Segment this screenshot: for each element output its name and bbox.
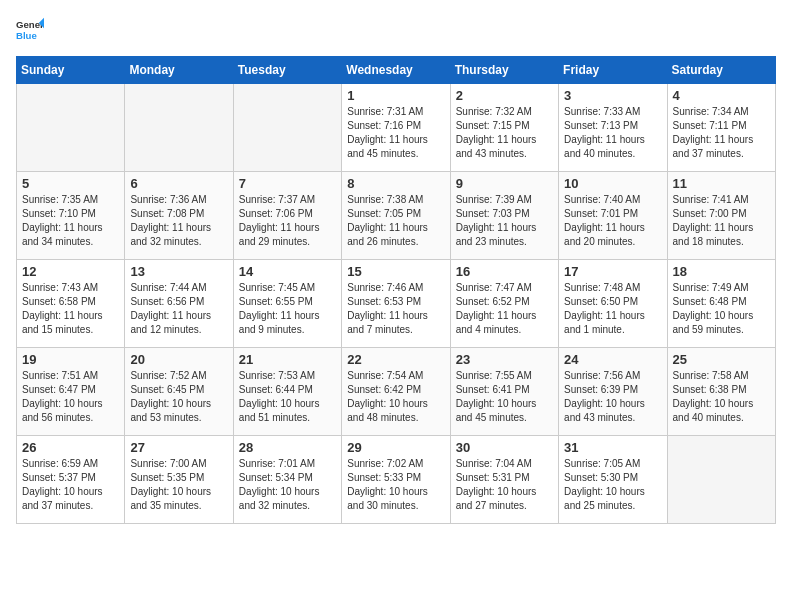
day-info: Sunrise: 7:56 AM Sunset: 6:39 PM Dayligh… (564, 369, 661, 425)
day-number: 18 (673, 264, 770, 279)
calendar-cell: 2Sunrise: 7:32 AM Sunset: 7:15 PM Daylig… (450, 84, 558, 172)
day-info: Sunrise: 7:38 AM Sunset: 7:05 PM Dayligh… (347, 193, 444, 249)
day-number: 21 (239, 352, 336, 367)
calendar-cell: 11Sunrise: 7:41 AM Sunset: 7:00 PM Dayli… (667, 172, 775, 260)
day-info: Sunrise: 7:39 AM Sunset: 7:03 PM Dayligh… (456, 193, 553, 249)
day-info: Sunrise: 6:59 AM Sunset: 5:37 PM Dayligh… (22, 457, 119, 513)
day-number: 31 (564, 440, 661, 455)
day-number: 23 (456, 352, 553, 367)
calendar-cell: 15Sunrise: 7:46 AM Sunset: 6:53 PM Dayli… (342, 260, 450, 348)
day-number: 4 (673, 88, 770, 103)
calendar-cell: 20Sunrise: 7:52 AM Sunset: 6:45 PM Dayli… (125, 348, 233, 436)
calendar-cell: 18Sunrise: 7:49 AM Sunset: 6:48 PM Dayli… (667, 260, 775, 348)
weekday-header-tuesday: Tuesday (233, 57, 341, 84)
day-number: 13 (130, 264, 227, 279)
day-number: 29 (347, 440, 444, 455)
day-number: 10 (564, 176, 661, 191)
day-number: 17 (564, 264, 661, 279)
day-number: 12 (22, 264, 119, 279)
calendar-cell: 5Sunrise: 7:35 AM Sunset: 7:10 PM Daylig… (17, 172, 125, 260)
day-number: 22 (347, 352, 444, 367)
day-info: Sunrise: 7:00 AM Sunset: 5:35 PM Dayligh… (130, 457, 227, 513)
day-info: Sunrise: 7:36 AM Sunset: 7:08 PM Dayligh… (130, 193, 227, 249)
day-number: 27 (130, 440, 227, 455)
day-number: 1 (347, 88, 444, 103)
calendar-week-2: 5Sunrise: 7:35 AM Sunset: 7:10 PM Daylig… (17, 172, 776, 260)
day-info: Sunrise: 7:33 AM Sunset: 7:13 PM Dayligh… (564, 105, 661, 161)
calendar-cell: 4Sunrise: 7:34 AM Sunset: 7:11 PM Daylig… (667, 84, 775, 172)
day-info: Sunrise: 7:35 AM Sunset: 7:10 PM Dayligh… (22, 193, 119, 249)
calendar-cell: 8Sunrise: 7:38 AM Sunset: 7:05 PM Daylig… (342, 172, 450, 260)
day-info: Sunrise: 7:46 AM Sunset: 6:53 PM Dayligh… (347, 281, 444, 337)
day-number: 9 (456, 176, 553, 191)
day-info: Sunrise: 7:01 AM Sunset: 5:34 PM Dayligh… (239, 457, 336, 513)
day-info: Sunrise: 7:34 AM Sunset: 7:11 PM Dayligh… (673, 105, 770, 161)
calendar-week-3: 12Sunrise: 7:43 AM Sunset: 6:58 PM Dayli… (17, 260, 776, 348)
day-number: 30 (456, 440, 553, 455)
svg-text:General: General (16, 19, 44, 30)
day-info: Sunrise: 7:04 AM Sunset: 5:31 PM Dayligh… (456, 457, 553, 513)
calendar-cell: 19Sunrise: 7:51 AM Sunset: 6:47 PM Dayli… (17, 348, 125, 436)
calendar-cell (233, 84, 341, 172)
calendar-cell: 9Sunrise: 7:39 AM Sunset: 7:03 PM Daylig… (450, 172, 558, 260)
day-info: Sunrise: 7:52 AM Sunset: 6:45 PM Dayligh… (130, 369, 227, 425)
weekday-header-friday: Friday (559, 57, 667, 84)
day-info: Sunrise: 7:32 AM Sunset: 7:15 PM Dayligh… (456, 105, 553, 161)
calendar-cell: 3Sunrise: 7:33 AM Sunset: 7:13 PM Daylig… (559, 84, 667, 172)
calendar-cell: 26Sunrise: 6:59 AM Sunset: 5:37 PM Dayli… (17, 436, 125, 524)
day-info: Sunrise: 7:02 AM Sunset: 5:33 PM Dayligh… (347, 457, 444, 513)
calendar-week-1: 1Sunrise: 7:31 AM Sunset: 7:16 PM Daylig… (17, 84, 776, 172)
day-number: 28 (239, 440, 336, 455)
weekday-header-sunday: Sunday (17, 57, 125, 84)
day-info: Sunrise: 7:53 AM Sunset: 6:44 PM Dayligh… (239, 369, 336, 425)
logo: General Blue (16, 16, 44, 44)
day-info: Sunrise: 7:58 AM Sunset: 6:38 PM Dayligh… (673, 369, 770, 425)
calendar-table: SundayMondayTuesdayWednesdayThursdayFrid… (16, 56, 776, 524)
day-number: 6 (130, 176, 227, 191)
day-number: 5 (22, 176, 119, 191)
calendar-cell: 30Sunrise: 7:04 AM Sunset: 5:31 PM Dayli… (450, 436, 558, 524)
svg-text:Blue: Blue (16, 30, 37, 41)
calendar-cell: 10Sunrise: 7:40 AM Sunset: 7:01 PM Dayli… (559, 172, 667, 260)
day-number: 3 (564, 88, 661, 103)
day-number: 15 (347, 264, 444, 279)
day-info: Sunrise: 7:45 AM Sunset: 6:55 PM Dayligh… (239, 281, 336, 337)
calendar-cell: 16Sunrise: 7:47 AM Sunset: 6:52 PM Dayli… (450, 260, 558, 348)
day-number: 2 (456, 88, 553, 103)
calendar-cell: 31Sunrise: 7:05 AM Sunset: 5:30 PM Dayli… (559, 436, 667, 524)
day-number: 25 (673, 352, 770, 367)
weekday-header-thursday: Thursday (450, 57, 558, 84)
logo-icon: General Blue (16, 16, 44, 44)
day-number: 11 (673, 176, 770, 191)
calendar-cell: 6Sunrise: 7:36 AM Sunset: 7:08 PM Daylig… (125, 172, 233, 260)
day-number: 8 (347, 176, 444, 191)
day-info: Sunrise: 7:51 AM Sunset: 6:47 PM Dayligh… (22, 369, 119, 425)
day-info: Sunrise: 7:54 AM Sunset: 6:42 PM Dayligh… (347, 369, 444, 425)
day-number: 14 (239, 264, 336, 279)
calendar-cell: 17Sunrise: 7:48 AM Sunset: 6:50 PM Dayli… (559, 260, 667, 348)
calendar-cell: 13Sunrise: 7:44 AM Sunset: 6:56 PM Dayli… (125, 260, 233, 348)
weekday-header-wednesday: Wednesday (342, 57, 450, 84)
day-number: 7 (239, 176, 336, 191)
day-info: Sunrise: 7:40 AM Sunset: 7:01 PM Dayligh… (564, 193, 661, 249)
day-info: Sunrise: 7:48 AM Sunset: 6:50 PM Dayligh… (564, 281, 661, 337)
calendar-cell (125, 84, 233, 172)
calendar-cell: 23Sunrise: 7:55 AM Sunset: 6:41 PM Dayli… (450, 348, 558, 436)
day-info: Sunrise: 7:31 AM Sunset: 7:16 PM Dayligh… (347, 105, 444, 161)
calendar-cell: 1Sunrise: 7:31 AM Sunset: 7:16 PM Daylig… (342, 84, 450, 172)
day-info: Sunrise: 7:05 AM Sunset: 5:30 PM Dayligh… (564, 457, 661, 513)
day-number: 19 (22, 352, 119, 367)
day-info: Sunrise: 7:44 AM Sunset: 6:56 PM Dayligh… (130, 281, 227, 337)
calendar-cell (17, 84, 125, 172)
day-info: Sunrise: 7:43 AM Sunset: 6:58 PM Dayligh… (22, 281, 119, 337)
calendar-cell: 21Sunrise: 7:53 AM Sunset: 6:44 PM Dayli… (233, 348, 341, 436)
calendar-cell: 12Sunrise: 7:43 AM Sunset: 6:58 PM Dayli… (17, 260, 125, 348)
calendar-cell: 25Sunrise: 7:58 AM Sunset: 6:38 PM Dayli… (667, 348, 775, 436)
day-info: Sunrise: 7:49 AM Sunset: 6:48 PM Dayligh… (673, 281, 770, 337)
day-info: Sunrise: 7:55 AM Sunset: 6:41 PM Dayligh… (456, 369, 553, 425)
day-number: 26 (22, 440, 119, 455)
calendar-cell: 22Sunrise: 7:54 AM Sunset: 6:42 PM Dayli… (342, 348, 450, 436)
calendar-cell: 28Sunrise: 7:01 AM Sunset: 5:34 PM Dayli… (233, 436, 341, 524)
calendar-cell: 29Sunrise: 7:02 AM Sunset: 5:33 PM Dayli… (342, 436, 450, 524)
calendar-cell: 27Sunrise: 7:00 AM Sunset: 5:35 PM Dayli… (125, 436, 233, 524)
